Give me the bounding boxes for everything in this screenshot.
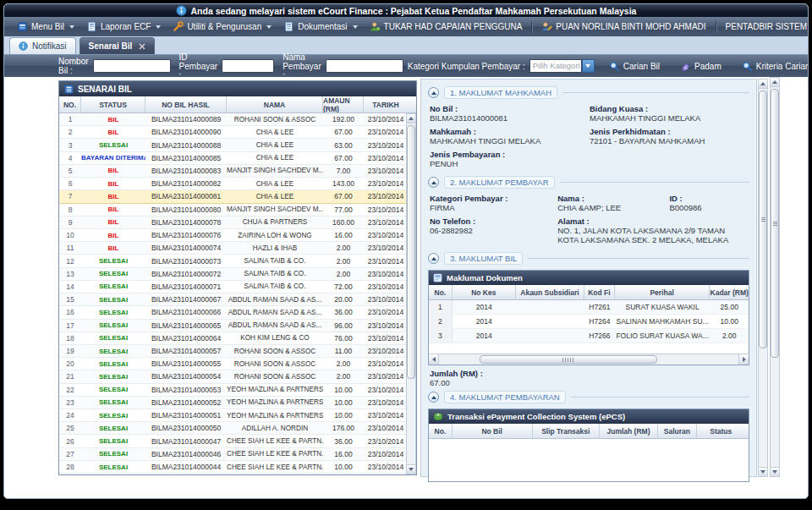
scroll-down-button[interactable] [771, 467, 779, 476]
cell-amaun: 10.00 [323, 386, 364, 394]
table-row[interactable]: 15 SELESAI BILMA231014000067 ABDUL RAMAN… [59, 293, 416, 306]
table-row[interactable]: 24 SELESAI BILMA231014000051 YEOH MAZLIN… [59, 409, 416, 422]
carian-bil-button[interactable]: Carian Bil [603, 61, 666, 72]
collapse-icon[interactable] [428, 392, 439, 403]
column-header-no[interactable]: NO. [59, 96, 81, 112]
table-row[interactable]: 16 SELESAI BILMA231014000066 ABDUL RAMAN… [59, 306, 416, 319]
table-row[interactable]: 10 BIL BILMA231014000076 ZAIRINA LOH & W… [59, 229, 416, 242]
scrollbar-thumb[interactable] [771, 89, 779, 358]
scroll-up-button[interactable] [407, 114, 415, 123]
id-pembayar-input[interactable] [222, 59, 274, 73]
close-icon[interactable] [139, 43, 145, 50]
detail-panel-scrollbar[interactable] [758, 79, 768, 477]
subpanel-title: Transaksi ePayment Collection System (eP… [447, 412, 625, 421]
column-header-status[interactable]: STATUS [81, 96, 145, 112]
scrollbar-thumb[interactable] [480, 355, 657, 364]
scrollbar-thumb[interactable] [759, 90, 767, 348]
column-header-no[interactable]: No. [429, 285, 453, 299]
scroll-up-button[interactable] [771, 78, 779, 87]
dokumen-horizontal-scrollbar[interactable] [429, 354, 749, 365]
chevron-down-icon[interactable] [582, 59, 595, 73]
table-row[interactable]: 1 2014 H7261 SURAT KUASA WAKIL 25.00 [429, 300, 749, 315]
column-header-tarikh[interactable]: TARIKH [364, 96, 408, 112]
table-row[interactable]: 28 SELESAI BILMA231014000044 CHEE SIAH L… [59, 461, 416, 474]
column-header-saluran[interactable]: Saluran [658, 424, 697, 438]
column-header-akaun-subsidiari[interactable]: Akaun Subsidiari [516, 285, 584, 299]
table-row[interactable]: 19 SELESAI BILMA231014000057 ROHANI SOON… [59, 345, 416, 358]
scroll-up-button[interactable] [759, 80, 767, 89]
column-header-no-bil[interactable]: No Bil [453, 424, 533, 438]
padam-button[interactable]: Padam [674, 61, 727, 72]
scrollbar-thumb[interactable] [407, 125, 415, 379]
kategori-select[interactable]: Pilih Kategori... [529, 59, 595, 73]
table-row[interactable]: 14 SELESAI BILMA231014000071 SALINA TAIB… [59, 281, 416, 293]
table-row[interactable]: 3 2014 H7266 FOLIO SURAT KUASA WA... 2.0… [429, 329, 749, 343]
table-row[interactable]: 2 BIL BILMA231014000090 CHIA & LEE 67.00… [59, 126, 416, 139]
tukar-had-capaian-button[interactable]: TUKAR HAD CAPAIAN PENGGUNA [364, 17, 529, 36]
field-value: CHIA &AMP; LEE [557, 203, 662, 212]
table-row[interactable]: 3 SELESAI BILMA231014000088 CHIA & LEE 6… [59, 139, 416, 151]
status-badge: BIL [81, 129, 145, 136]
info-bar-text: Anda sedang melayari sistem eCourt Finan… [191, 6, 637, 16]
table-row[interactable]: 7 BIL BILMA231014000081 CHIA & LEE 67.00… [59, 190, 416, 203]
current-user-button[interactable]: PUAN NORLINA BINTI MOHD AHMADI [535, 17, 711, 36]
scroll-down-button[interactable] [407, 464, 415, 474]
table-row[interactable]: 4 BAYARAN DITERIMA BILMA231014000085 CHI… [59, 152, 416, 165]
dokumentasi-menu[interactable]: Dokumentasi [277, 17, 363, 36]
table-row[interactable]: 23 SELESAI BILMA231014000052 YEOH MAZLIN… [59, 397, 416, 409]
table-row[interactable]: 8 BIL BILMA231014000080 MANJIT SINGH SAC… [59, 204, 416, 217]
collapse-icon[interactable] [428, 177, 439, 188]
cell-tarikh: 23/10/2014 [364, 398, 408, 407]
scroll-down-button[interactable] [759, 467, 767, 476]
table-row[interactable]: 5 BIL BILMA231014000083 MANJIT SINGH SAC… [59, 165, 416, 178]
laporan-ecf-menu[interactable]: Laporan ECF [80, 17, 167, 36]
status-badge: BIL [81, 206, 145, 213]
menu-bil-menu[interactable]: Menu Bil [11, 17, 80, 36]
cell-no: 12 [59, 257, 81, 266]
tab-senarai-bil[interactable]: Senarai Bil [80, 37, 156, 54]
section-bil-header: 3. MAKLUMAT BIL [428, 252, 749, 265]
collapse-icon[interactable] [428, 253, 439, 264]
column-header-no-kes[interactable]: No Kes [453, 285, 516, 299]
table-row[interactable]: 26 SELESAI BILMA231014000047 CHEE SIAH L… [59, 435, 416, 447]
table-row[interactable]: 1 BIL BILMA231014000089 ROHANI SOON & AS… [59, 113, 416, 126]
column-header-no[interactable]: No. [429, 424, 453, 438]
collapse-icon[interactable] [428, 87, 439, 98]
table-row[interactable]: 17 SELESAI BILMA231014000065 ABDUL RAMAN… [59, 320, 416, 332]
table-row[interactable]: 11 BIL BILMA231014000074 HAZLI & IHAB 2.… [59, 242, 416, 255]
table-row[interactable]: 22 SELESAI BILMA231014000053 YEOH MAZLIN… [59, 384, 416, 397]
info-icon [19, 41, 28, 51]
nama-pembayar-input[interactable] [326, 59, 403, 73]
status-badge: SELESAI [81, 309, 145, 316]
kriteria-carian-button[interactable]: Kriteria Carian Terperind [736, 61, 809, 72]
page-scrollbar[interactable] [770, 77, 780, 477]
table-row[interactable]: 9 BIL BILMA231014000078 CHUA & PARTNERS … [59, 217, 416, 229]
column-header-slip-transaksi[interactable]: Slip Transaksi [533, 424, 600, 438]
column-header-amaun[interactable]: AMAUN (RM) [323, 96, 364, 112]
table-row[interactable]: 2 2014 H7264 SALINAN MAHKAMAH SU... 10.0… [429, 315, 749, 329]
table-row[interactable]: 6 BIL BILMA231014000082 CHIA & LEE 143.0… [59, 178, 416, 190]
utiliti-pengurusan-menu[interactable]: Utiliti & Pengurusan [167, 17, 277, 36]
cell-tarikh: 23/10/2014 [364, 206, 408, 214]
table-row[interactable]: 18 SELESAI BILMA231014000064 KOH KIM LEN… [59, 332, 416, 345]
table-row[interactable]: 13 SELESAI BILMA231014000072 SALINA TAIB… [59, 268, 416, 281]
nombor-bil-input[interactable] [93, 59, 171, 73]
field-value: PENUH [430, 159, 583, 168]
table-row[interactable]: 12 SELESAI BILMA231014000073 SALINA TAIB… [59, 255, 416, 267]
tab-notifikasi[interactable]: Notifikasi [9, 37, 76, 54]
column-header-jumlah[interactable]: Jumlah (RM) [600, 424, 658, 438]
status-badge: BIL [81, 193, 145, 200]
table-row[interactable]: 21 SELESAI BILMA231014000054 ROHANI SOON… [59, 370, 416, 383]
column-header-kod-fi[interactable]: Kod Fi [584, 285, 615, 299]
table-row[interactable]: 25 SELESAI BILMA231014000050 ADILLAH A. … [59, 422, 416, 435]
table-row[interactable]: 20 SELESAI BILMA231014000055 ROHANI SOON… [59, 358, 416, 370]
column-header-perihal[interactable]: Perihal [615, 285, 710, 299]
column-header-nama[interactable]: NAMA [227, 96, 323, 112]
scroll-right-button[interactable] [738, 354, 749, 365]
column-header-status[interactable]: Status [697, 424, 749, 438]
column-header-kadar[interactable]: Kadar (RM) [710, 285, 749, 299]
column-header-no-bil-hasil[interactable]: NO BIL HASIL [145, 96, 227, 112]
table-row[interactable]: 27 SELESAI BILMA231014000046 CHEE SIAH L… [59, 448, 416, 461]
bill-table-scrollbar[interactable] [406, 113, 416, 474]
scroll-left-button[interactable] [429, 354, 439, 365]
